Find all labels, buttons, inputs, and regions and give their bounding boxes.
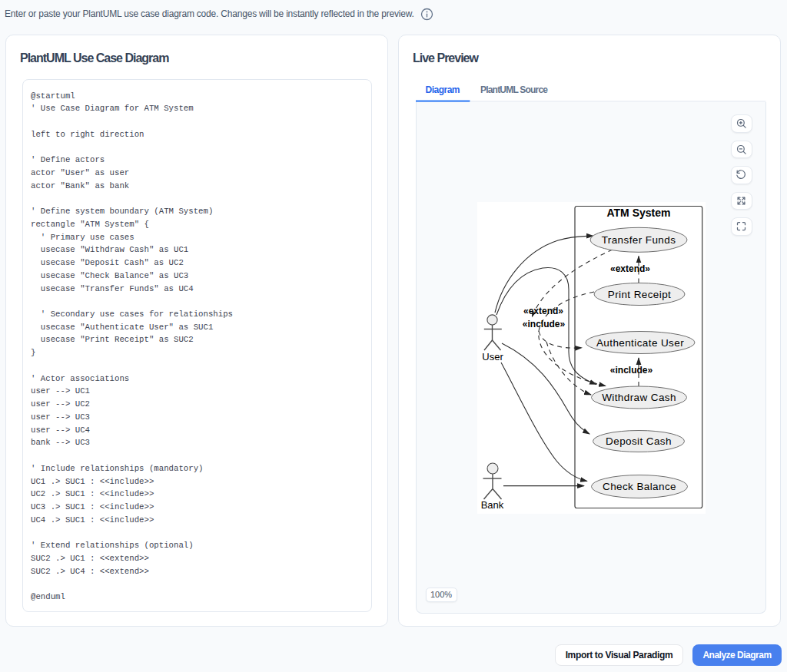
svg-text:User: User — [482, 351, 503, 362]
svg-text:«include»: «include» — [523, 319, 566, 329]
svg-text:«include»: «include» — [610, 365, 653, 376]
svg-text:Deposit Cash: Deposit Cash — [606, 435, 672, 447]
svg-text:Transfer Funds: Transfer Funds — [602, 234, 676, 246]
svg-text:«extend»: «extend» — [523, 306, 563, 316]
svg-text:Bank: Bank — [481, 499, 504, 511]
svg-text:Withdraw Cash: Withdraw Cash — [602, 392, 676, 403]
svg-text:Check Balance: Check Balance — [603, 481, 676, 492]
svg-text:Print Receipt: Print Receipt — [608, 289, 671, 300]
svg-text:Authenticate User: Authenticate User — [596, 337, 684, 349]
svg-text:«extend»: «extend» — [610, 263, 650, 274]
svg-text:ATM System: ATM System — [607, 207, 671, 219]
